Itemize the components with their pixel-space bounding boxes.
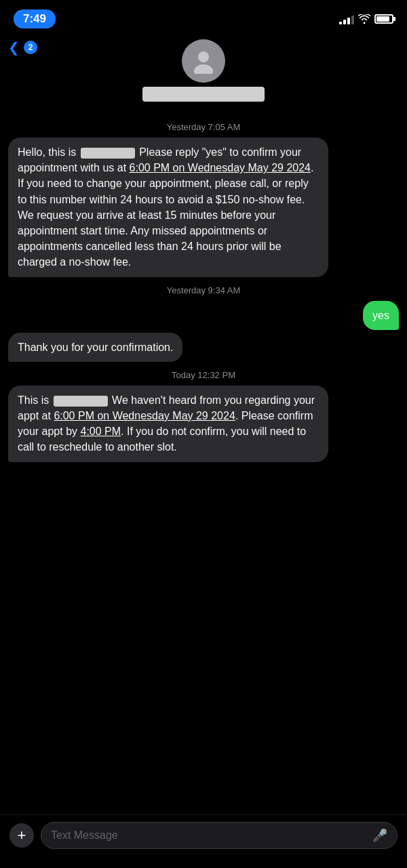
status-icons bbox=[339, 14, 393, 24]
status-bar: 7:49 bbox=[0, 0, 407, 34]
message-row: Hello, this is Please reply "yes" to con… bbox=[8, 138, 399, 277]
contact-name-blurred bbox=[142, 87, 265, 102]
plus-icon: + bbox=[18, 828, 26, 843]
timestamp-yesterday-morning: Yesterday 7:05 AM bbox=[8, 122, 399, 132]
svg-point-0 bbox=[198, 51, 209, 62]
messages-area: Yesterday 7:05 AM Hello, this is Please … bbox=[0, 114, 407, 814]
text-message-placeholder: Text Message bbox=[51, 829, 118, 842]
battery-icon bbox=[374, 14, 393, 24]
timestamp-today: Today 12:32 PM bbox=[8, 370, 399, 380]
back-button[interactable]: ❮ 2 bbox=[8, 39, 37, 56]
message-bubble-4: This is We haven't heard from you regard… bbox=[8, 386, 328, 462]
text-input-container[interactable]: Text Message 🎤 bbox=[41, 822, 398, 849]
timestamp-yesterday-afternoon: Yesterday 9:34 AM bbox=[8, 285, 399, 295]
redacted-name-1 bbox=[81, 148, 135, 159]
message-row: This is We haven't heard from you regard… bbox=[8, 386, 399, 462]
svg-point-1 bbox=[194, 64, 213, 74]
avatar-person-icon bbox=[191, 48, 216, 74]
message-bubble-2: yes bbox=[363, 301, 399, 330]
status-time: 7:49 bbox=[14, 9, 56, 28]
back-count-badge: 2 bbox=[24, 41, 37, 54]
message-row: Thank you for your confirmation. bbox=[8, 333, 399, 362]
message-bubble-3: Thank you for your confirmation. bbox=[8, 333, 182, 362]
avatar bbox=[182, 39, 225, 83]
chat-header: ❮ 2 bbox=[0, 34, 407, 114]
appointment-time-1: 6:00 PM on Wednesday May 29 2024 bbox=[130, 162, 311, 173]
redacted-name-2 bbox=[54, 396, 108, 407]
back-chevron-icon: ❮ bbox=[8, 39, 20, 56]
message-row: yes bbox=[8, 301, 399, 330]
signal-icon bbox=[339, 14, 354, 24]
wifi-icon bbox=[358, 14, 370, 24]
microphone-icon: 🎤 bbox=[372, 828, 387, 843]
confirm-deadline: 4:00 PM bbox=[81, 426, 121, 437]
message-bubble-1: Hello, this is Please reply "yes" to con… bbox=[8, 138, 328, 277]
input-bar: + Text Message 🎤 bbox=[0, 814, 407, 868]
appointment-time-2: 6:00 PM on Wednesday May 29 2024 bbox=[54, 410, 235, 421]
add-button[interactable]: + bbox=[9, 823, 34, 848]
